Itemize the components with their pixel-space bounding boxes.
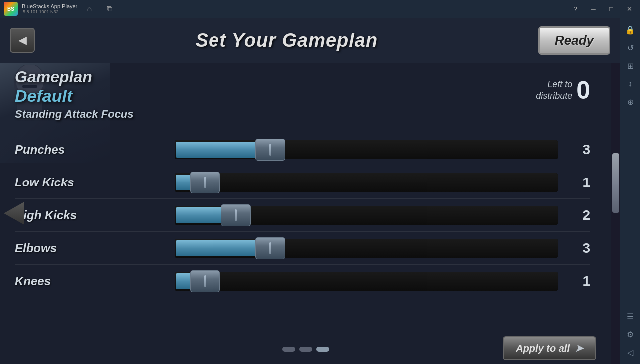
slider-label-3: Elbows	[15, 241, 175, 255]
slider-row-0: Punches 3	[15, 133, 590, 166]
slider-value-3: 3	[565, 240, 590, 256]
slider-track-bg-1	[175, 173, 558, 192]
gameplan-label: Gameplan	[15, 68, 134, 86]
main-layout: ◀ Set Your Gameplan Ready	[0, 18, 640, 364]
title-bar: BS BlueStacks App Player 5.8.101.1001 N3…	[0, 0, 640, 18]
slider-row-4: Knees 1	[15, 264, 590, 297]
slider-row-3: Elbows 3	[15, 231, 590, 264]
slider-track-bg-4	[175, 272, 558, 291]
attack-focus: Standing Attack Focus	[15, 108, 134, 121]
pagination-dots	[282, 347, 329, 352]
app-version: 5.8.101.1001 N32	[23, 9, 77, 14]
apply-to-all-button[interactable]: Apply to all ➤	[503, 336, 596, 360]
slider-label-0: Punches	[15, 143, 175, 157]
right-sidebar: 🔒 ↺ ⊞ ↕ ⊕ ☰ ⚙ ◁	[620, 18, 640, 364]
help-button[interactable]: ?	[568, 3, 582, 14]
scrollbar[interactable]	[611, 63, 620, 364]
distribute-label-line1: Left to	[536, 79, 572, 90]
slider-row-2: High Kicks 2	[15, 198, 590, 231]
dot-2[interactable]	[299, 347, 312, 352]
slider-thumb-3[interactable]	[255, 237, 285, 259]
home-nav-button[interactable]: ⌂	[81, 2, 97, 16]
slider-track-0[interactable]	[175, 140, 558, 159]
slider-thumb-0[interactable]	[255, 139, 285, 161]
slider-thumb-4[interactable]	[190, 270, 220, 292]
close-button[interactable]: ✕	[622, 3, 636, 14]
slider-thumb-1[interactable]	[190, 172, 220, 193]
minimize-button[interactable]: ─	[586, 3, 600, 14]
app-header: ◀ Set Your Gameplan Ready	[0, 18, 620, 63]
sidebar-icon-settings[interactable]: ⚙	[622, 326, 638, 342]
game-area: Gameplan Default Standing Attack Focus L…	[0, 63, 620, 364]
slider-label-2: High Kicks	[15, 208, 175, 222]
apply-to-all-label: Apply to all	[516, 343, 570, 354]
slider-track-3[interactable]	[175, 239, 558, 258]
slider-track-4[interactable]	[175, 272, 558, 291]
sliders-area: Punches 3 Low Kicks 1 High Kicks 2 Elbow…	[0, 133, 620, 334]
gameplan-name: Default	[15, 86, 134, 106]
distribute-value: 0	[576, 78, 590, 103]
dot-3[interactable]	[316, 347, 329, 352]
restore-button[interactable]: □	[604, 3, 618, 14]
sidebar-icon-lock[interactable]: 🔒	[622, 22, 638, 38]
slider-value-4: 1	[565, 273, 590, 289]
slider-value-2: 2	[565, 207, 590, 223]
slider-label-1: Low Kicks	[15, 176, 175, 189]
back-button[interactable]: ◀	[10, 28, 35, 53]
app-name: BlueStacks App Player	[22, 3, 77, 9]
slider-track-1[interactable]	[175, 173, 558, 192]
sidebar-icon-menu[interactable]: ☰	[622, 308, 638, 324]
distribute-label-line2: distribute	[536, 90, 572, 102]
ready-button[interactable]: Ready	[538, 26, 610, 55]
scrollbar-thumb[interactable]	[612, 153, 619, 213]
gameplan-info: Gameplan Default Standing Attack Focus	[15, 68, 134, 121]
sidebar-icon-grid[interactable]: ⊞	[622, 58, 638, 74]
slider-row-1: Low Kicks 1	[15, 166, 590, 198]
slider-track-2[interactable]	[175, 206, 558, 225]
slider-value-1: 1	[565, 175, 590, 190]
page-title: Set Your Gameplan	[196, 30, 378, 51]
slider-label-4: Knees	[15, 274, 175, 288]
distribute-area: Left to distribute 0	[536, 78, 590, 103]
bottom-area: Apply to all ➤	[0, 334, 611, 364]
sidebar-icon-back[interactable]: ◁	[622, 344, 638, 360]
sidebar-icon-refresh[interactable]: ↺	[622, 40, 638, 56]
sidebar-icon-add[interactable]: ⊕	[622, 94, 638, 110]
slider-thumb-2[interactable]	[221, 204, 251, 226]
app-content: ◀ Set Your Gameplan Ready	[0, 18, 620, 364]
multi-nav-button[interactable]: ⧉	[101, 2, 117, 16]
slider-value-0: 3	[565, 142, 590, 158]
dot-1[interactable]	[282, 347, 295, 352]
sidebar-icon-resize[interactable]: ↕	[622, 76, 638, 92]
apply-icon: ➤	[575, 342, 583, 354]
app-logo: BS	[4, 2, 18, 16]
